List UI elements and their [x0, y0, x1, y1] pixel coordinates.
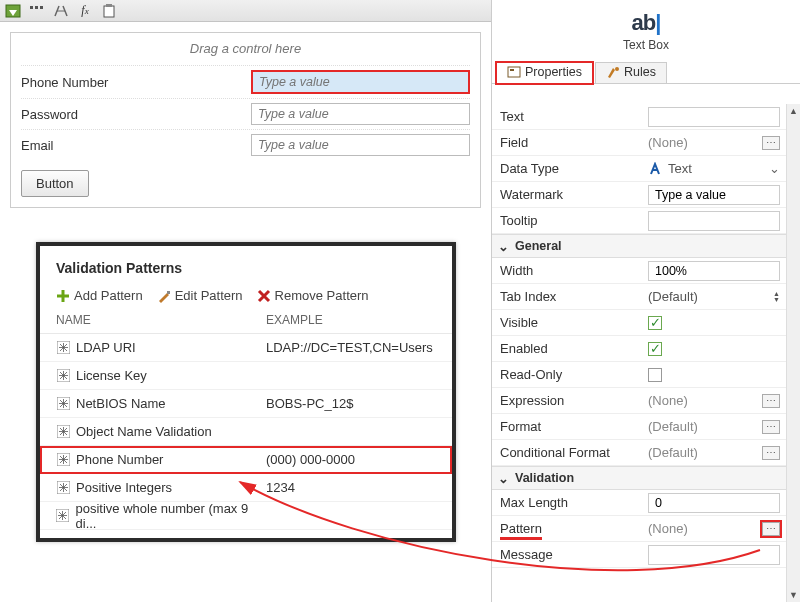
svg-rect-5 — [106, 4, 112, 7]
collapse-icon: ⌄ — [498, 471, 509, 486]
datatype-dropdown[interactable]: Text⌄ — [642, 161, 786, 176]
validation-patterns-panel: Validation Patterns Add Pattern Edit Pat… — [36, 242, 456, 542]
properties-icon — [507, 66, 521, 78]
prop-name: Tooltip — [492, 213, 642, 228]
rules-icon — [606, 66, 620, 78]
vp-row[interactable]: Positive Integers 1234 — [40, 474, 452, 502]
prop-width-input[interactable] — [648, 261, 780, 281]
properties-grid: Text Field(None)⋯ Data TypeText⌄ Waterma… — [492, 104, 786, 602]
toolbar-icon-fx[interactable]: fx — [76, 3, 94, 19]
toolbar-icon-paste[interactable] — [100, 3, 118, 19]
prop-message-input[interactable] — [648, 545, 780, 565]
tabs: Properties Rules — [492, 60, 800, 84]
prop-value: (Default) — [648, 289, 698, 304]
remove-pattern-button[interactable]: Remove Pattern — [257, 288, 369, 303]
col-name: NAME — [56, 313, 266, 327]
section-validation[interactable]: ⌄Validation — [492, 466, 786, 490]
vp-row[interactable]: NetBIOS Name BOBS-PC_12$ — [40, 390, 452, 418]
vp-table-head: NAME EXAMPLE — [40, 309, 452, 334]
prop-name-pattern: Pattern — [492, 521, 642, 536]
prop-name: Text — [492, 109, 642, 124]
prop-value: (Default) — [648, 419, 698, 434]
svg-rect-6 — [167, 291, 170, 294]
add-pattern-button[interactable]: Add Pattern — [56, 288, 143, 303]
enabled-checkbox[interactable]: ✓ — [648, 342, 662, 356]
prop-value: Text — [668, 161, 692, 176]
readonly-checkbox[interactable] — [648, 368, 662, 382]
form-canvas: Drag a control here Phone Number Passwor… — [10, 32, 481, 208]
prop-value: (None) — [648, 135, 688, 150]
prop-name: Format — [492, 419, 642, 434]
prop-text-input[interactable] — [648, 107, 780, 127]
control-type-label: Text Box — [492, 38, 800, 52]
svg-point-16 — [615, 67, 619, 71]
toolbar: fx — [0, 0, 491, 22]
prop-name: Read-Only — [492, 367, 642, 382]
tab-rules[interactable]: Rules — [595, 62, 667, 84]
prop-value: (None) — [648, 521, 688, 536]
prop-name: Tab Index — [492, 289, 642, 304]
prop-watermark-input[interactable] — [648, 185, 780, 205]
vp-row[interactable]: License Key — [40, 362, 452, 390]
toolbar-icon-2[interactable] — [28, 3, 46, 19]
vp-row[interactable]: LDAP URI LDAP://DC=TEST,CN=Users — [40, 334, 452, 362]
vp-row[interactable]: Object Name Validation — [40, 418, 452, 446]
password-input[interactable] — [251, 103, 470, 125]
svg-rect-3 — [40, 6, 43, 9]
tab-properties[interactable]: Properties — [496, 62, 593, 84]
prop-tooltip-input[interactable] — [648, 211, 780, 231]
prop-name: Width — [492, 263, 642, 278]
ellipsis-button[interactable]: ⋯ — [762, 446, 780, 460]
prop-value: (Default) — [648, 445, 698, 460]
svg-rect-4 — [104, 6, 114, 17]
pattern-ellipsis-button[interactable]: ⋯ — [762, 522, 780, 536]
vp-actions: Add Pattern Edit Pattern Remove Pattern — [40, 284, 452, 309]
collapse-icon: ⌄ — [498, 239, 509, 254]
prop-maxlength-input[interactable] — [648, 493, 780, 513]
form-row-phone[interactable]: Phone Number — [21, 65, 470, 98]
ellipsis-button[interactable]: ⋯ — [762, 394, 780, 408]
scroll-up-icon[interactable]: ▲ — [787, 104, 800, 118]
scroll-down-icon[interactable]: ▼ — [787, 588, 800, 602]
prop-name: Visible — [492, 315, 642, 330]
pattern-icon — [56, 453, 70, 467]
spinner[interactable]: ▲▼ — [773, 291, 780, 303]
svg-rect-14 — [508, 67, 520, 77]
phone-input[interactable] — [251, 70, 470, 94]
vp-row-phone[interactable]: Phone Number (000) 000-0000 — [40, 446, 452, 474]
section-general[interactable]: ⌄General — [492, 234, 786, 258]
prop-value: (None) — [648, 393, 688, 408]
pattern-icon — [56, 369, 70, 383]
ellipsis-button[interactable]: ⋯ — [762, 136, 780, 150]
tab-label: Rules — [624, 65, 656, 79]
text-type-icon — [648, 162, 662, 176]
pattern-icon — [56, 481, 70, 495]
drag-hint: Drag a control here — [21, 33, 470, 65]
toolbar-icon-1[interactable] — [4, 3, 22, 19]
prop-name: Data Type — [492, 161, 642, 176]
form-row-email[interactable]: Email — [21, 129, 470, 160]
vp-row[interactable]: positive whole number (max 9 di... — [40, 502, 452, 530]
form-button[interactable]: Button — [21, 170, 89, 197]
svg-rect-1 — [30, 6, 33, 9]
prop-name: Message — [492, 547, 642, 562]
prop-name: Conditional Format — [492, 445, 642, 460]
field-label: Email — [21, 138, 251, 153]
prop-name: Max Length — [492, 495, 642, 510]
add-pattern-label: Add Pattern — [74, 288, 143, 303]
svg-rect-15 — [510, 69, 514, 71]
ellipsis-button[interactable]: ⋯ — [762, 420, 780, 434]
edit-pattern-button[interactable]: Edit Pattern — [157, 288, 243, 303]
toolbar-icon-3[interactable] — [52, 3, 70, 19]
pattern-icon — [56, 509, 70, 523]
pattern-icon — [56, 425, 70, 439]
chevron-down-icon: ⌄ — [769, 161, 780, 176]
form-row-password[interactable]: Password — [21, 98, 470, 129]
prop-name: Watermark — [492, 187, 642, 202]
email-input[interactable] — [251, 134, 470, 156]
scrollbar[interactable]: ▲ ▼ — [786, 104, 800, 602]
field-label: Phone Number — [21, 75, 251, 90]
prop-name: Expression — [492, 393, 642, 408]
field-label: Password — [21, 107, 251, 122]
visible-checkbox[interactable]: ✓ — [648, 316, 662, 330]
